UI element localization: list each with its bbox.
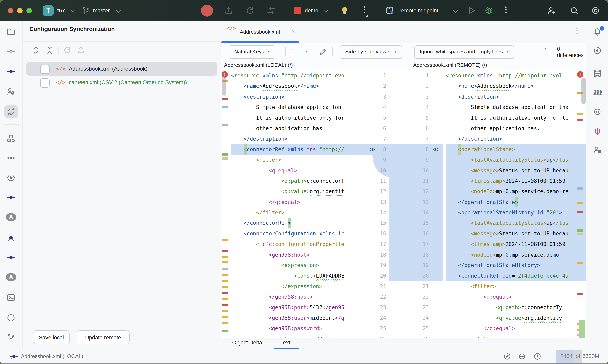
code-line[interactable]: </filter> [231, 207, 375, 218]
structure-icon[interactable] [6, 134, 16, 143]
debug-bug-icon[interactable] [484, 6, 494, 15]
local-code-pane[interactable]: <resource xmlns="http://midpoint.evo<nam… [229, 70, 375, 338]
terminal-icon[interactable] [6, 293, 16, 302]
git-branch-icon[interactable] [6, 333, 16, 342]
code-line[interactable]: <gen958:user>midpoint</g [231, 313, 375, 323]
branch-chevron-icon[interactable] [116, 8, 121, 13]
update-remote-button[interactable]: Update remote [77, 330, 130, 344]
minimize-window-button[interactable] [17, 8, 23, 13]
code-line[interactable]: <gen958:port>5432</gen95 [231, 302, 375, 313]
problems-icon[interactable] [6, 313, 16, 322]
save-local-button[interactable]: Save local [33, 330, 70, 344]
refresh-list-icon[interactable] [63, 46, 72, 55]
tree-row[interactable]: </>canteen.xml (CSV-2 (Canteen Ordering … [26, 76, 217, 89]
update-project-icon[interactable] [267, 6, 276, 15]
memory-indicator[interactable]: 2434 of 6600M [556, 349, 601, 364]
code-line[interactable]: <resource xmlns="http://midpoint.evo [231, 70, 375, 81]
code-line[interactable]: </filter> [445, 334, 586, 338]
code-line[interactable]: <nodeId>mp-0.mp-service.demo- [445, 249, 586, 260]
code-line[interactable]: <description> [231, 91, 375, 102]
code-line[interactable]: <lastAvailabilityStatus>up</las [445, 155, 586, 165]
code-line[interactable]: <const>LDAPADDRE [231, 271, 375, 281]
search-icon[interactable] [569, 6, 579, 15]
expand-all-icon[interactable] [31, 46, 40, 55]
intention-bulb-icon[interactable] [340, 6, 349, 15]
changed-block-marker-right[interactable]: ≪ [432, 144, 439, 155]
code-line[interactable]: <nodeId>mp-0.mp-service.demo-re [445, 186, 586, 197]
code-line[interactable]: <name>Addressbook</name> [231, 81, 375, 91]
code-line[interactable]: <timestamp>2024-11-08T00:01:59. [445, 176, 586, 186]
collapse-all-icon[interactable] [45, 46, 54, 55]
code-line[interactable]: </connectorRef> [231, 218, 375, 228]
code-line[interactable]: <connectorRef xmlns:tns="http:// [231, 144, 375, 155]
code-line[interactable]: </description> [231, 133, 375, 144]
code-line[interactable]: <message>Status set to UP becau [445, 165, 586, 176]
code-line[interactable]: <q:path>c:connectorTy [445, 302, 586, 313]
code-line[interactable]: <lastAvailabilityStatus>up</las [445, 218, 586, 228]
psi-plugin-icon[interactable]: ψ [593, 126, 602, 135]
code-line[interactable]: <q:equal> [231, 165, 375, 176]
code-line[interactable]: Simple database application [231, 102, 375, 112]
add-user-icon[interactable] [547, 6, 556, 15]
code-line[interactable]: </q:equal> [231, 197, 375, 207]
more-tools-icon[interactable] [6, 154, 16, 163]
code-line[interactable]: </expression> [231, 281, 375, 292]
run-config-chevron-icon[interactable] [324, 8, 328, 13]
code-line[interactable]: <q:value>org.identit [231, 186, 375, 197]
code-with-me-icon[interactable]: ? [6, 87, 16, 96]
code-line[interactable]: </operationalState> [445, 197, 586, 207]
record-button[interactable] [201, 5, 213, 17]
branch-name[interactable]: master [93, 0, 110, 21]
code-line[interactable]: <icfc:configurationPropertie [231, 239, 375, 249]
more-actions-icon[interactable] [362, 5, 366, 16]
project-folder-icon[interactable] [6, 27, 16, 36]
code-line[interactable]: <filter> [445, 281, 586, 292]
code-line[interactable]: It is authoritative only for [231, 113, 375, 123]
zoom-window-button[interactable] [26, 8, 32, 13]
whitespace-dropdown[interactable]: Ignore whitespaces and empty lines▾ [414, 45, 514, 59]
remote-error-stripe[interactable] [577, 70, 586, 338]
midpoint-target-icon[interactable] [6, 233, 16, 242]
midpoint-target-icon[interactable] [6, 67, 16, 76]
remote-scrollbar-thumb[interactable] [581, 78, 586, 104]
event-log-icon[interactable] [533, 352, 541, 361]
previous-difference-icon[interactable]: ↑ [291, 46, 295, 54]
code-line[interactable]: <description> [445, 91, 586, 102]
close-tab-icon[interactable]: × [291, 21, 295, 41]
editor-options-icon[interactable] [575, 26, 579, 37]
run-more-icon[interactable] [504, 5, 508, 16]
code-line[interactable]: <gen958:host> [231, 249, 375, 260]
code-line[interactable]: <operationalState> [445, 144, 586, 155]
upload-list-icon[interactable] [77, 46, 85, 55]
code-line[interactable]: It is authoritative only for te [445, 113, 586, 123]
code-line[interactable]: Simple database application tha [445, 102, 586, 112]
run-play-icon[interactable] [467, 6, 476, 15]
copilot-icon[interactable] [593, 107, 602, 117]
close-window-button[interactable] [8, 8, 13, 13]
tab-object-delta[interactable]: Object Delta [232, 340, 262, 346]
status-file-label[interactable]: Addressbook.xml (LOCAL) [21, 349, 83, 364]
maven-icon[interactable]: m [593, 88, 602, 97]
midpoint-target-icon[interactable] [6, 193, 16, 202]
local-scrollbar-thumb[interactable] [222, 77, 226, 95]
settings-gear-icon[interactable] [591, 6, 600, 15]
code-line[interactable]: </description> [445, 133, 586, 144]
code-line[interactable]: <connectorRef oid="2f4daefe-bc4d-4a [445, 271, 586, 281]
viewer-dropdown[interactable]: Side-by-side viewer▾ [340, 45, 402, 59]
code-line[interactable]: <connectorConfiguration xmlns:ic [231, 228, 375, 239]
tab-text[interactable]: Text [280, 340, 290, 346]
code-line[interactable]: <message>Status set to UP becau [445, 228, 586, 239]
remote-target-chevron-icon[interactable] [453, 8, 458, 13]
commit-icon[interactable] [6, 47, 16, 56]
code-line[interactable]: <timestamp>2024-11-08T00:01:59 [445, 239, 586, 249]
remote-target-name[interactable]: remote midpoint [400, 0, 439, 21]
code-line[interactable]: <operationalStateHistory id="20"> [445, 207, 586, 218]
a-badge-icon[interactable]: A [6, 213, 16, 222]
run-config-name[interactable]: demo [305, 0, 318, 21]
code-line[interactable]: <t:encryptedData> [231, 334, 375, 338]
code-review-chat-icon[interactable] [593, 145, 602, 155]
code-line[interactable]: <filter> [231, 155, 375, 165]
code-line[interactable]: <q:value>org.identity [445, 313, 586, 323]
services-icon[interactable] [6, 173, 16, 182]
project-chevron-icon[interactable] [71, 8, 76, 13]
